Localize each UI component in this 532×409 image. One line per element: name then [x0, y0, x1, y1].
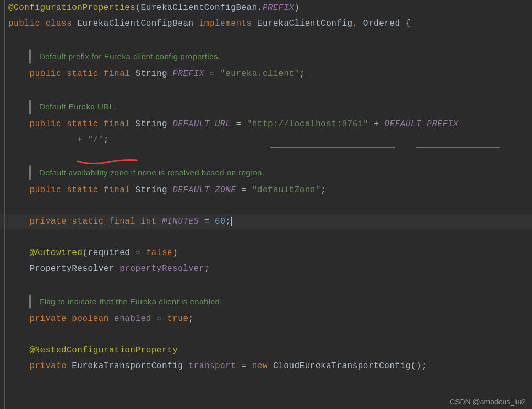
- code-line: PropertyResolver propertyResolver;: [0, 261, 532, 277]
- red-underline-annotation: [270, 147, 395, 148]
- doc-bar: [29, 100, 31, 114]
- code-line: public class EurekaClientConfigBean impl…: [0, 16, 532, 31]
- red-underline-annotation: [416, 147, 500, 148]
- watermark: CSDN @amadeus_liu2: [450, 397, 526, 406]
- doc-text: Default Eureka URL.: [39, 100, 116, 114]
- doc-comment: Default prefix for Eureka client config …: [0, 49, 532, 64]
- code-line: private boolean enabled = true;: [0, 311, 532, 327]
- annotation: @NestedConfigurationProperty: [29, 346, 178, 355]
- doc-comment: Default Eureka URL.: [0, 100, 532, 114]
- text-cursor: [231, 217, 232, 226]
- blank-line: [0, 31, 532, 47]
- doc-comment: Default availability zone if none is res…: [0, 165, 532, 180]
- blank-line: [0, 327, 532, 342]
- doc-comment: Flag to indicate that the Eureka client …: [0, 294, 532, 309]
- doc-bar: [29, 165, 31, 180]
- blank-line: [0, 82, 532, 97]
- code-editor[interactable]: @ConfigurationProperties(EurekaClientCon…: [0, 0, 532, 374]
- code-line: @ConfigurationProperties(EurekaClientCon…: [0, 0, 532, 16]
- gutter-line: [4, 0, 5, 409]
- blank-line: [0, 198, 532, 214]
- code-line-highlighted: private static final int MINUTES = 60;: [0, 214, 532, 229]
- doc-text: Default prefix for Eureka client config …: [39, 49, 221, 64]
- code-line: @Autowired(required = false): [0, 245, 532, 261]
- blank-line: [0, 229, 532, 245]
- code-line: private EurekaTransportConfig transport …: [0, 358, 532, 374]
- code-line: public static final String PREFIX = "eur…: [0, 66, 532, 82]
- code-line: @NestedConfigurationProperty: [0, 342, 532, 358]
- red-underline-annotation: [76, 157, 139, 167]
- doc-bar: [29, 49, 31, 64]
- annotation: @Autowired: [29, 248, 82, 258]
- doc-text: Default availability zone if none is res…: [39, 165, 265, 180]
- annotation: @ConfigurationProperties: [8, 3, 135, 13]
- doc-bar: [29, 294, 31, 309]
- url-link[interactable]: http://localhost:8761: [252, 119, 363, 129]
- code-line: public static final String DEFAULT_URL =…: [0, 116, 532, 132]
- doc-text: Flag to indicate that the Eureka client …: [39, 294, 222, 309]
- code-line: + "/";: [0, 132, 532, 148]
- blank-line: [0, 277, 532, 292]
- code-line: public static final String DEFAULT_ZONE …: [0, 182, 532, 198]
